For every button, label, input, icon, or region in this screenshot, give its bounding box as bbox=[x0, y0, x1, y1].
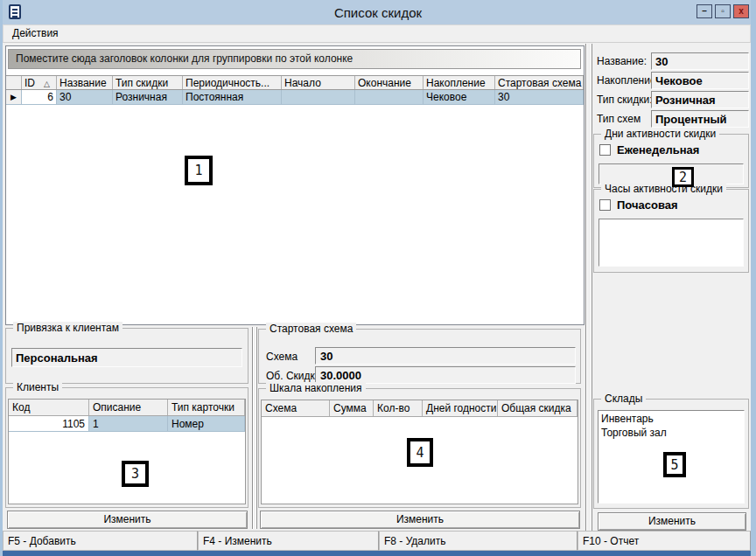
hours-activity-group-title: Часы активности скидки bbox=[601, 183, 726, 195]
grid-header-accumulation[interactable]: Накопление bbox=[424, 76, 495, 89]
detail-row-discount-type: Тип скидки: Розничная bbox=[597, 91, 749, 108]
grid-header-selector bbox=[6, 76, 22, 89]
clients-panel: Привязка к клиентам Персональная Клиенты… bbox=[5, 327, 251, 531]
cell-name[interactable]: 30 bbox=[57, 90, 113, 105]
clients-header-card-type[interactable]: Тип карточки bbox=[168, 400, 245, 415]
client-cell-description[interactable]: 1 bbox=[89, 416, 168, 432]
weekly-checkbox-label: Еженедельная bbox=[617, 143, 699, 156]
vertical-splitter-right[interactable] bbox=[585, 44, 592, 531]
maximize-button[interactable]: ▫ bbox=[715, 4, 731, 18]
grid-row-selected[interactable]: ▶ 6 30 Розничная Постоянная Чековое 30 bbox=[6, 90, 584, 105]
scale-edit-button[interactable]: Изменить bbox=[260, 511, 580, 529]
hours-activity-listbox[interactable] bbox=[598, 219, 744, 267]
client-binding-group-title: Привязка к клиентам bbox=[13, 322, 122, 334]
client-binding-field[interactable]: Персональная bbox=[11, 348, 242, 367]
status-f4-edit[interactable]: F4 - Изменить bbox=[198, 531, 379, 551]
status-f10-report[interactable]: F10 - Отчет bbox=[578, 531, 751, 551]
annotation-box-3: 3 bbox=[122, 461, 149, 487]
window-title: Список скидок bbox=[0, 5, 756, 20]
app-window: Список скидок – ▫ x Действия Поместите с… bbox=[0, 0, 756, 556]
vertical-splitter-left[interactable] bbox=[252, 327, 257, 529]
warehouses-group-title: Склады bbox=[601, 393, 646, 405]
cell-start[interactable] bbox=[282, 90, 355, 105]
clients-header-code[interactable]: Код bbox=[9, 400, 89, 415]
scale-header-scheme[interactable]: Схема bbox=[262, 400, 330, 416]
grid-header-start-scheme[interactable]: Стартовая схема bbox=[495, 76, 584, 89]
client-cell-code[interactable]: 1105 bbox=[9, 416, 89, 432]
title-bar: Список скидок – ▫ x bbox=[0, 0, 756, 24]
scheme-type-field[interactable]: Процентный bbox=[651, 110, 749, 128]
annotation-box-2: 2 bbox=[672, 167, 694, 187]
detail-row-name: Название: 30 bbox=[597, 52, 749, 70]
grid-header-id-label: ID bbox=[24, 77, 35, 89]
hours-activity-group: Часы активности скидки Почасовая bbox=[593, 189, 749, 273]
clients-group-title: Клиенты bbox=[13, 381, 62, 393]
cell-accumulation[interactable]: Чековое bbox=[424, 90, 495, 105]
window-controls: – ▫ x bbox=[696, 4, 749, 18]
annotation-box-5: 5 bbox=[663, 452, 686, 477]
client-binding-group: Привязка к клиентам Персональная bbox=[5, 328, 248, 384]
grid-header-discount-type[interactable]: Тип скидки bbox=[113, 76, 183, 89]
clients-edit-button[interactable]: Изменить bbox=[7, 511, 248, 529]
group-by-panel[interactable]: Поместите сюда заголовок колонки для гру… bbox=[8, 49, 581, 69]
days-activity-field[interactable] bbox=[598, 163, 744, 184]
discounts-grid: Поместите сюда заголовок колонки для гру… bbox=[5, 45, 584, 325]
grid-header-start[interactable]: Начало bbox=[282, 76, 355, 89]
status-f8-delete[interactable]: F8 - Удалить bbox=[379, 531, 578, 551]
scale-header-validity-days[interactable]: Дней годности bbox=[423, 400, 498, 416]
hourly-checkbox[interactable] bbox=[599, 199, 611, 211]
grid-header-row: ID△ Название Тип скидки Периодичность...… bbox=[6, 75, 584, 90]
scheme-label: Схема bbox=[266, 351, 298, 363]
start-scheme-group: Стартовая схема Схема 30 Об. Скидка 30.0… bbox=[258, 329, 581, 384]
status-f5-add[interactable]: F5 - Добавить bbox=[3, 531, 198, 551]
detail-row-accumulation: Накопление: Чековое bbox=[597, 72, 749, 89]
client-cell-card-type[interactable]: Номер bbox=[168, 416, 245, 432]
start-scheme-group-title: Стартовая схема bbox=[266, 323, 356, 335]
grid-header-id[interactable]: ID△ bbox=[22, 76, 57, 89]
warehouse-item[interactable]: Инвентарь bbox=[601, 412, 741, 426]
total-discount-label: Об. Скидка bbox=[266, 370, 321, 382]
weekly-checkbox[interactable] bbox=[599, 144, 611, 156]
grid-header-periodicity[interactable]: Периодичность... bbox=[183, 76, 282, 89]
warehouses-edit-button[interactable]: Изменить bbox=[598, 512, 746, 531]
scheme-type-label: Тип схем bbox=[597, 113, 640, 125]
sort-ascending-icon: △ bbox=[44, 80, 50, 88]
cell-end[interactable] bbox=[355, 90, 424, 105]
clients-table-row[interactable]: 1105 1 Номер bbox=[9, 416, 245, 432]
accumulation-field[interactable]: Чековое bbox=[651, 72, 749, 89]
scale-header-sum[interactable]: Сумма bbox=[330, 400, 374, 416]
scale-header-quantity[interactable]: Кол-во bbox=[374, 400, 423, 416]
accumulation-label: Накопление: bbox=[597, 74, 659, 87]
grid-header-end[interactable]: Окончание bbox=[355, 76, 424, 89]
discount-type-field[interactable]: Розничная bbox=[651, 91, 749, 108]
cell-id[interactable]: 6 bbox=[22, 90, 57, 105]
clients-table-header: Код Описание Тип карточки bbox=[9, 400, 245, 416]
annotation-box-4: 4 bbox=[407, 438, 433, 467]
clients-header-description[interactable]: Описание bbox=[89, 400, 168, 415]
document-icon bbox=[9, 4, 21, 19]
grid-header-name[interactable]: Название bbox=[57, 76, 113, 89]
minimize-button[interactable]: – bbox=[696, 4, 712, 18]
total-discount-field[interactable]: 30.0000 bbox=[315, 366, 576, 384]
cell-start-scheme[interactable]: 30 bbox=[495, 90, 584, 105]
annotation-box-1: 1 bbox=[185, 156, 213, 185]
menu-item-actions[interactable]: Действия bbox=[4, 25, 67, 42]
name-label: Название: bbox=[597, 55, 647, 67]
warehouse-item[interactable]: Торговый зал bbox=[601, 426, 741, 440]
row-marker-icon: ▶ bbox=[6, 90, 22, 105]
scheme-field[interactable]: 30 bbox=[315, 347, 576, 365]
discount-type-label: Тип скидки: bbox=[597, 94, 653, 106]
name-field[interactable]: 30 bbox=[651, 52, 749, 70]
days-activity-group: Дни активности скидки Еженедельная bbox=[593, 134, 749, 188]
close-button[interactable]: x bbox=[733, 4, 749, 18]
accumulation-scale-group-title: Шкала накопления bbox=[266, 382, 366, 394]
window-bottom-border bbox=[0, 551, 756, 556]
scale-header-total-discount[interactable]: Общая скидка bbox=[498, 400, 578, 416]
scale-table-header: Схема Сумма Кол-во Дней годности Общая с… bbox=[262, 400, 578, 417]
hourly-checkbox-row: Почасовая bbox=[599, 198, 678, 211]
clients-group: Клиенты Код Описание Тип карточки 1105 1… bbox=[5, 387, 248, 508]
cell-periodicity[interactable]: Постоянная bbox=[183, 90, 282, 105]
detail-row-scheme-type: Тип схем Процентный bbox=[597, 110, 749, 128]
cell-discount-type[interactable]: Розничная bbox=[113, 90, 183, 105]
hourly-checkbox-label: Почасовая bbox=[617, 198, 678, 212]
